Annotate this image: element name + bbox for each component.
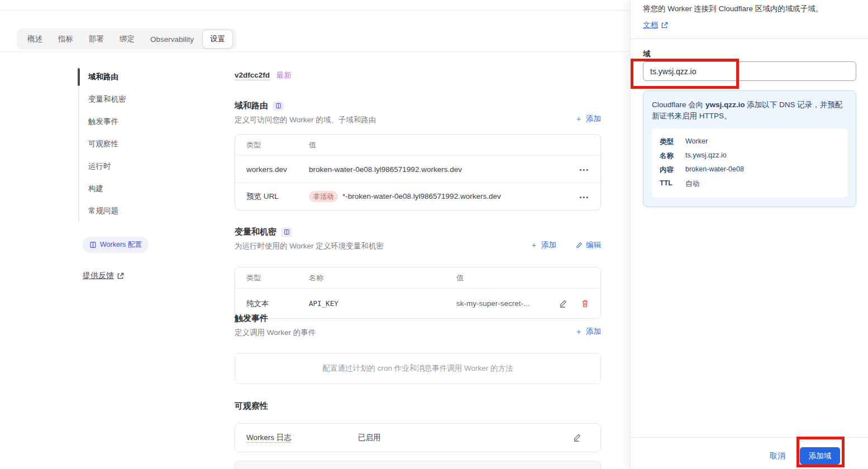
col-name: 名称 [309,273,456,283]
footer-divider [631,437,868,438]
workers-config-badge[interactable]: Workers 配置 [83,237,149,253]
nav-runtime[interactable]: 运行时 [79,155,223,178]
next-card-partial [235,461,601,469]
latest-version-tag[interactable]: 最新 [276,71,292,79]
domains-title-text: 域和路由 [235,100,268,111]
feedback-link[interactable]: 提供反馈 [83,271,124,281]
vars-edit-button[interactable]: 编辑 [575,240,601,250]
col-type: 类型 [246,140,309,150]
dns-info-domain: ywsj.qzz.io [705,100,745,109]
vars-section-title: 变量和机密 [235,227,601,237]
cancel-button[interactable]: 取消 [770,451,785,461]
vars-section-header: 变量和机密 为运行时使用的 Worker 定义环境变量和机密 ＋添加 编辑 [235,227,601,251]
tab-settings[interactable]: 设置 [202,30,233,49]
delete-variable-icon[interactable] [581,299,589,308]
docs-link[interactable]: 文档 [643,20,668,30]
plus-icon: ＋ [575,114,583,124]
version-id[interactable]: v2dfcc2fd [235,71,270,80]
triggers-empty-text: 配置通过计划的 cron 作业和消息事件调用 Worker 的方法 [322,363,513,374]
nav-builds[interactable]: 构建 [79,178,223,200]
edit-variable-icon[interactable] [559,299,567,308]
top-divider [0,10,630,11]
domains-section-header: 域和路由 定义可访问您的 Worker 的域、子域和路由 ＋添加 [235,100,601,125]
domains-add-label: 添加 [586,114,601,124]
dns-record-value: Worker [685,137,708,147]
dns-info-box: Cloudflare 会向 ywsj.qzz.io 添加以下 DNS 记录，并预… [643,90,856,207]
tab-observability[interactable]: Observability [143,31,201,47]
docs-book-icon[interactable] [281,227,292,237]
docs-link-label: 文档 [643,20,658,30]
vars-title-text: 变量和机密 [235,227,276,237]
domain-row-value: broken-water-0e08.lyl986571992.workers.d… [309,165,573,174]
settings-nav: 域和路由 变量和机密 触发事件 可观察性 运行时 构建 常规问题 [78,66,223,222]
settings-sidebar: 域和路由 变量和机密 触发事件 可观察性 运行时 构建 常规问题 Workers… [78,66,223,281]
domains-add-button[interactable]: ＋添加 [575,114,602,124]
triggers-title-text: 触发事件 [235,313,268,324]
table-row: workers.dev broken-water-0e08.lyl9865719… [235,155,600,183]
domain-row-type: 预览 URL [246,192,309,202]
panel-divider [631,39,868,39]
observability-card: Workers 日志 已启用 [235,423,601,452]
nav-observability[interactable]: 可观察性 [79,133,223,155]
pencil-icon [575,242,583,249]
vars-add-button[interactable]: ＋添加 [531,240,557,250]
vars-table: 类型 名称 值 纯文本 API_KEY sk-my-super-secret-.… [235,267,601,319]
dns-record-key: TTL [660,179,678,189]
row-menu-button[interactable]: ••• [579,166,589,173]
dns-record-row: 类型 Worker [660,135,840,149]
triggers-section-title: 触发事件 [235,313,601,324]
vars-table-header: 类型 名称 值 [235,267,600,288]
dns-record-value: 自动 [685,179,699,189]
table-row: Workers 日志 已启用 [235,424,600,452]
nav-domains-routes[interactable]: 域和路由 [79,66,223,88]
workers-settings-page: 概述 指标 部署 绑定 Observability 设置 域和路由 变量和机密 … [0,0,868,469]
workers-logs-label[interactable]: Workers 日志 [246,433,292,443]
tab-deployments[interactable]: 部署 [82,30,111,48]
preview-url-value: *-broken-water-0e08.lyl986571992.workers… [342,192,501,200]
docs-book-icon[interactable] [273,101,284,111]
dns-record-key: 名称 [660,151,678,161]
nav-variables-secrets[interactable]: 变量和机密 [79,88,223,111]
dns-record-key: 类型 [660,137,678,147]
triggers-add-button[interactable]: ＋添加 [575,327,602,337]
plus-icon: ＋ [531,240,538,250]
add-domain-panel: 将您的 Worker 连接到 Cloudflare 区域内的域或子域。 文档 域… [630,0,868,469]
nav-general[interactable]: 常规问题 [79,200,223,222]
dns-info-prefix: Cloudflare 会向 [652,100,705,109]
external-link-icon [661,22,668,29]
external-link-icon [117,272,124,280]
inactive-badge: 非活动 [309,191,338,202]
var-row-type: 纯文本 [246,299,309,309]
dns-record-value: broken-water-0e08 [685,165,744,175]
var-row-value: sk-my-super-secret-... [456,299,530,308]
feedback-label: 提供反馈 [83,271,114,281]
book-icon [89,241,97,248]
var-row-name: API_KEY [309,299,456,308]
domain-input[interactable] [643,61,856,81]
nav-triggers[interactable]: 触发事件 [79,111,223,133]
triggers-section-subtitle: 定义调用 Worker 的事件 [235,328,601,338]
triggers-empty-state: 配置通过计划的 cron 作业和消息事件调用 Worker 的方法 [235,353,601,384]
observability-section-title: 可观察性 [235,401,601,411]
tab-bindings[interactable]: 绑定 [112,30,142,48]
tabbar-divider [0,51,630,52]
panel-description: 将您的 Worker 连接到 Cloudflare 区域内的域或子域。 [643,3,856,14]
domains-section-subtitle: 定义可访问您的 Worker 的域、子域和路由 [235,115,601,125]
dns-record-key: 内容 [660,165,678,175]
version-row: v2dfcc2fd 最新 [235,70,292,80]
tab-metrics[interactable]: 指标 [51,30,80,48]
tab-overview[interactable]: 概述 [20,30,50,48]
dns-record-row: 内容 broken-water-0e08 [660,163,840,177]
dns-record-value: ts.ywsj.qzz.io [685,151,727,161]
domain-row-value: 非活动*-broken-water-0e08.lyl986571992.work… [309,192,573,202]
add-domain-button[interactable]: 添加域 [800,447,840,465]
col-value: 值 [456,273,589,283]
dns-info-text: Cloudflare 会向 ywsj.qzz.io 添加以下 DNS 记录，并预… [652,99,847,122]
row-menu-button[interactable]: ••• [579,194,589,200]
dns-record-card: 类型 Worker 名称 ts.ywsj.qzz.io 内容 broken-wa… [652,128,847,198]
domain-field-label: 域 [643,49,651,59]
edit-logs-icon[interactable] [573,433,589,442]
vars-edit-label: 编辑 [586,240,601,250]
col-value: 值 [309,140,573,150]
domains-table: 类型 值 workers.dev broken-water-0e08.lyl98… [235,134,601,210]
